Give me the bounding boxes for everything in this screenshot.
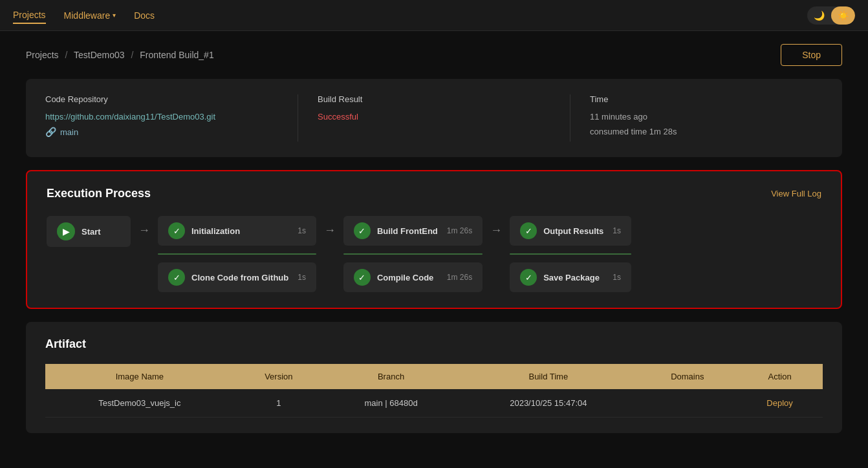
stage-initialization: ✓ Initialization 1s ✓ Clone Code from Gi… bbox=[158, 216, 316, 292]
output-results-box[interactable]: ✓ Output Results 1s bbox=[510, 216, 631, 246]
output-label: Output Results bbox=[543, 226, 603, 236]
build-frontend-box[interactable]: ✓ Build FrontEnd 1m 26s bbox=[343, 216, 483, 246]
cell-image-name: TestDemo03_vuejs_ic bbox=[45, 389, 234, 418]
start-play-icon: ▶ bbox=[63, 226, 70, 237]
compile-time: 1m 26s bbox=[447, 273, 472, 282]
col-domains: Domains bbox=[638, 364, 737, 389]
breadcrumb-build[interactable]: Frontend Build_#1 bbox=[140, 50, 213, 60]
build-check-icon: ✓ bbox=[354, 222, 371, 239]
branch-link[interactable]: 🔗 main bbox=[45, 127, 278, 137]
build-result-value: Successful bbox=[318, 112, 550, 122]
artifact-header-row: Image Name Version Branch Build Time Dom… bbox=[45, 364, 823, 389]
col-image-name: Image Name bbox=[45, 364, 234, 389]
save-label: Save Package bbox=[543, 273, 603, 282]
execution-title: Execution Process bbox=[47, 187, 151, 200]
breadcrumb-projects[interactable]: Projects bbox=[26, 50, 59, 60]
artifact-card: Artifact Image Name Version Branch Build… bbox=[26, 322, 842, 433]
arrow-3: → bbox=[488, 224, 505, 237]
info-code-repo: Code Repository https://github.com/daixi… bbox=[45, 94, 298, 142]
start-icon: ▶ bbox=[57, 222, 75, 240]
main-content: Projects / TestDemo03 / Frontend Build_#… bbox=[0, 31, 868, 446]
nav-docs[interactable]: Docs bbox=[134, 8, 155, 23]
time-consumed: consumed time 1m 28s bbox=[590, 127, 823, 136]
theme-sun-button[interactable]: ☀️ bbox=[831, 6, 855, 25]
build-result-label: Build Result bbox=[318, 94, 550, 104]
compile-check-icon: ✓ bbox=[354, 269, 371, 286]
theme-toggle: 🌙 ☀️ bbox=[807, 6, 855, 25]
time-ago: 11 minutes ago bbox=[590, 112, 823, 122]
time-label: Time bbox=[590, 94, 823, 104]
col-build-time: Build Time bbox=[459, 364, 638, 389]
stage-start: ▶ Start bbox=[47, 216, 131, 247]
branch-name: main bbox=[60, 127, 78, 137]
init-divider bbox=[158, 253, 316, 255]
info-card: Code Repository https://github.com/daixi… bbox=[26, 79, 842, 157]
nav-projects[interactable]: Projects bbox=[13, 7, 46, 24]
initialization-box[interactable]: ✓ Initialization 1s bbox=[158, 216, 316, 246]
clone-code-box[interactable]: ✓ Clone Code from Github 1s bbox=[158, 262, 316, 292]
artifact-table-body: TestDemo03_vuejs_ic 1 main | 68480d 2023… bbox=[45, 389, 823, 418]
artifact-title: Artifact bbox=[45, 337, 823, 351]
cell-version: 1 bbox=[234, 389, 323, 418]
col-branch: Branch bbox=[323, 364, 459, 389]
save-check-icon: ✓ bbox=[520, 269, 537, 286]
save-package-box[interactable]: ✓ Save Package 1s bbox=[510, 262, 631, 292]
clone-time: 1s bbox=[298, 273, 306, 282]
breadcrumb: Projects / TestDemo03 / Frontend Build_#… bbox=[26, 50, 214, 60]
view-full-log-button[interactable]: View Full Log bbox=[771, 189, 821, 198]
breadcrumb-testdemo[interactable]: TestDemo03 bbox=[74, 50, 125, 60]
init-time: 1s bbox=[298, 226, 306, 235]
cell-build-time: 2023/10/25 15:47:04 bbox=[459, 389, 638, 418]
arrow-2: → bbox=[321, 224, 338, 237]
code-repo-url: https://github.com/daixiang11/TestDemo03… bbox=[45, 112, 278, 122]
save-time: 1s bbox=[613, 273, 621, 282]
navbar: Projects Middleware ▾ Docs 🌙 ☀️ bbox=[0, 0, 868, 31]
col-action: Action bbox=[737, 364, 823, 389]
nav-middleware[interactable]: Middleware ▾ bbox=[64, 8, 116, 23]
clone-check-icon: ✓ bbox=[168, 269, 185, 286]
artifact-table-head: Image Name Version Branch Build Time Dom… bbox=[45, 364, 823, 389]
col-version: Version bbox=[234, 364, 323, 389]
start-box[interactable]: ▶ Start bbox=[47, 216, 131, 247]
table-row: TestDemo03_vuejs_ic 1 main | 68480d 2023… bbox=[45, 389, 823, 418]
execution-header: Execution Process View Full Log bbox=[47, 187, 821, 200]
stop-button[interactable]: Stop bbox=[781, 44, 842, 66]
deploy-button[interactable]: Deploy bbox=[766, 398, 792, 408]
link-icon: 🔗 bbox=[45, 127, 56, 137]
compile-code-box[interactable]: ✓ Compile Code 1m 26s bbox=[343, 262, 483, 292]
build-divider bbox=[343, 253, 483, 255]
compile-label: Compile Code bbox=[377, 273, 438, 282]
build-label: Build FrontEnd bbox=[377, 226, 438, 236]
build-time: 1m 26s bbox=[447, 226, 472, 235]
stage-output-results: ✓ Output Results 1s ✓ Save Package 1s bbox=[510, 216, 631, 292]
stage-build-frontend: ✓ Build FrontEnd 1m 26s ✓ Compile Code 1… bbox=[343, 216, 483, 292]
init-label: Initialization bbox=[191, 226, 288, 236]
breadcrumb-sep-2: / bbox=[131, 50, 133, 60]
cell-action: Deploy bbox=[737, 389, 823, 418]
code-repo-label: Code Repository bbox=[45, 94, 278, 104]
execution-process-card: Execution Process View Full Log ▶ Start … bbox=[26, 170, 842, 309]
cell-domains bbox=[638, 389, 737, 418]
theme-moon-button[interactable]: 🌙 bbox=[807, 6, 831, 25]
chevron-down-icon: ▾ bbox=[113, 12, 116, 19]
start-label: Start bbox=[81, 227, 120, 237]
breadcrumb-sep-1: / bbox=[65, 50, 67, 60]
output-time: 1s bbox=[613, 226, 621, 235]
pipeline: ▶ Start → ✓ Initialization 1s ✓ Clone Co… bbox=[47, 216, 821, 292]
output-divider bbox=[510, 253, 631, 255]
cell-branch: main | 68480d bbox=[323, 389, 459, 418]
init-check-icon: ✓ bbox=[168, 222, 185, 239]
clone-label: Clone Code from Github bbox=[191, 273, 288, 282]
breadcrumb-row: Projects / TestDemo03 / Frontend Build_#… bbox=[26, 44, 842, 66]
artifact-table: Image Name Version Branch Build Time Dom… bbox=[45, 364, 823, 418]
info-build-result: Build Result Successful bbox=[298, 94, 570, 142]
output-check-icon: ✓ bbox=[520, 222, 537, 239]
arrow-1: → bbox=[136, 224, 153, 237]
info-time: Time 11 minutes ago consumed time 1m 28s bbox=[570, 94, 823, 142]
